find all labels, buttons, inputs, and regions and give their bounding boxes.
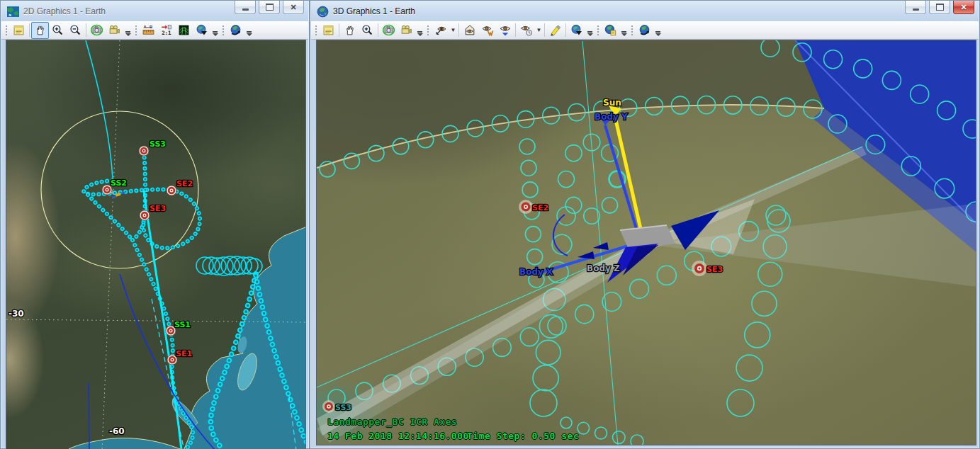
window-title-2d: 2D Graphics 1 - Earth <box>23 6 106 16</box>
map-graphics-button[interactable] <box>175 22 193 39</box>
properties-button[interactable] <box>10 22 28 39</box>
zoom-ratio-button[interactable]: 2:1 <box>157 22 175 39</box>
toolbar-grip[interactable] <box>221 24 225 37</box>
toolbar-3d: ▼ <box>311 21 979 40</box>
close-button[interactable]: ✕ <box>953 1 974 14</box>
desktop: 2D Graphics 1 - Earth ✕ <box>0 0 980 449</box>
satellite-label: SE3 <box>150 204 166 213</box>
time-step-label: Time Step: 0.50 sec <box>467 431 579 441</box>
map-2d-overlay: SS3 SS2 SE2 SE3 SS1 SE1 -30 -60 <box>6 40 306 449</box>
toolbar-grip[interactable] <box>596 24 599 37</box>
titlebar-3d[interactable]: 3D Graphics 1 - Earth <box>311 1 979 21</box>
overflow-arrow-icon <box>655 33 661 36</box>
toolbar-overflow-button[interactable] <box>653 23 663 38</box>
scenario-time-label: 14 Feb 2018 12:14:16.000 <box>327 431 469 441</box>
overflow-arrow-icon <box>621 33 627 36</box>
body-x-label: Body X <box>519 267 553 277</box>
view-from-button[interactable] <box>432 22 449 39</box>
toolbar-grip[interactable] <box>134 24 137 37</box>
toolbar-separator <box>339 23 339 37</box>
center-on-globe-button[interactable] <box>568 22 585 39</box>
meridian-line <box>102 40 120 449</box>
home-view-button[interactable] <box>461 22 478 39</box>
view-from-dropdown[interactable]: ▼ <box>449 23 457 38</box>
window-title-3d: 3D Graphics 1 - Earth <box>333 6 415 16</box>
minimize-button[interactable] <box>905 1 926 14</box>
globe-manager-button[interactable] <box>227 22 244 39</box>
satellite-model[interactable] <box>529 106 719 283</box>
properties-button[interactable] <box>320 22 337 39</box>
longitude-label: -60 <box>109 426 125 436</box>
toolbar-grip[interactable] <box>426 24 429 37</box>
overflow-icon <box>213 31 218 33</box>
toolbar-grip[interactable] <box>630 24 633 37</box>
latitude-label: -30 <box>9 309 24 319</box>
satellite-marker[interactable] <box>139 146 149 156</box>
toolbar-separator <box>86 23 86 37</box>
window-2d-graphics: 2D Graphics 1 - Earth ✕ <box>0 0 310 449</box>
zoom-in-button[interactable] <box>359 22 376 39</box>
toolbar-grip[interactable] <box>314 24 317 37</box>
stored-views-button[interactable] <box>478 22 496 39</box>
satellite-label: SS3 <box>335 403 351 412</box>
toolbar-overflow-button[interactable] <box>619 23 629 38</box>
toolbar-separator <box>378 23 378 37</box>
minimize-button[interactable] <box>235 1 256 14</box>
view-from-eye-icon <box>434 24 447 36</box>
toolbar-overflow-button[interactable] <box>210 23 220 38</box>
globe-manager-button[interactable] <box>636 22 653 39</box>
minimize-icon <box>913 8 919 11</box>
record-movie-button[interactable] <box>106 22 123 39</box>
view-3d-overlay: Sun Body Y Body X Body Z SE2 SE3 SS3 <box>317 40 976 445</box>
satellite-label: SS3 <box>150 140 166 149</box>
snapshot-button[interactable] <box>380 22 398 39</box>
toolbar-overflow-button[interactable] <box>244 23 254 38</box>
nadir-arrow <box>593 242 609 250</box>
globe-contents-icon <box>604 24 616 36</box>
restore-button[interactable] <box>929 1 950 14</box>
view-3d-viewport[interactable]: Sun Body Y Body X Body Z SE2 SE3 SS3 Lan… <box>316 40 976 445</box>
satellite-marker[interactable] <box>322 400 335 413</box>
satellite-marker[interactable] <box>692 261 707 276</box>
minimize-icon <box>242 8 249 11</box>
map-2d-viewport[interactable]: SS3 SS2 SE2 SE3 SS1 SE1 -30 -60 <box>6 40 306 449</box>
body-y-label: Body Y <box>595 112 628 122</box>
pan-button[interactable] <box>31 22 49 39</box>
overflow-arrow-icon <box>417 33 423 36</box>
velocity-arrow <box>578 251 595 259</box>
satellite-marker[interactable] <box>140 210 150 220</box>
overflow-arrow-icon <box>587 33 593 36</box>
zoom-to-eye-icon <box>499 24 512 36</box>
center-on-globe-button[interactable] <box>193 22 210 39</box>
stored-views-eye-icon <box>481 24 494 36</box>
record-movie-icon <box>108 24 120 36</box>
overflow-arrow-icon <box>213 33 218 36</box>
zoom-out-button[interactable] <box>67 22 84 39</box>
toolbar-grip[interactable] <box>4 24 8 37</box>
close-button[interactable]: ✕ <box>283 1 304 14</box>
satellite-marker[interactable] <box>519 200 533 214</box>
zoom-in-button[interactable] <box>49 22 67 39</box>
record-movie-button[interactable] <box>398 22 415 39</box>
overflow-icon <box>621 31 626 33</box>
restore-button[interactable] <box>259 1 280 14</box>
snapshot-camera-icon <box>383 24 395 36</box>
sun-label: Sun <box>603 98 621 108</box>
satellite-label: SE2 <box>176 179 193 188</box>
view-time-dropdown[interactable]: ▼ <box>535 23 543 38</box>
globe-contents-button[interactable] <box>602 22 619 39</box>
snapshot-button[interactable] <box>88 22 106 39</box>
satellite-marker[interactable] <box>167 186 176 195</box>
toolbar-overflow-button[interactable] <box>123 23 133 38</box>
toolbar-overflow-button[interactable] <box>585 23 595 38</box>
overflow-arrow-icon <box>125 33 131 36</box>
edit-graphics-button[interactable] <box>546 22 564 39</box>
toolbar-overflow-button[interactable] <box>415 23 424 38</box>
pan-button[interactable] <box>341 22 359 39</box>
measure-distance-button[interactable]: A B <box>140 22 157 39</box>
zoom-to-view-button[interactable] <box>496 22 514 39</box>
satellite-label: SE3 <box>706 265 723 274</box>
center-globe-icon <box>570 24 582 36</box>
pan-hand-icon <box>34 24 46 36</box>
view-time-options-button[interactable] <box>517 22 535 39</box>
